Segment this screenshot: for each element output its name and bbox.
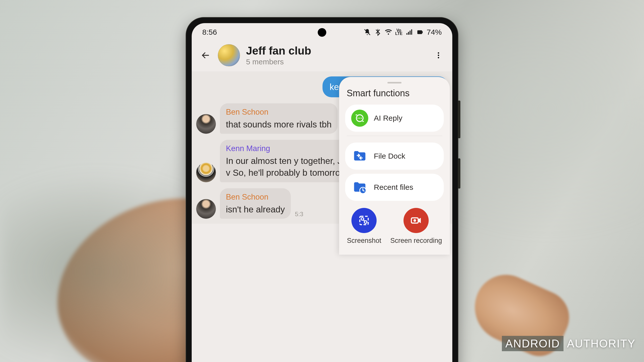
power-button <box>458 158 460 189</box>
panel-title: Smart functions <box>345 88 444 99</box>
svg-point-13 <box>414 219 416 222</box>
recent-files-label: Recent files <box>374 183 413 192</box>
message-bubble: Ben Schoon that sounds more rivals tbh <box>220 103 338 134</box>
recent-files-button[interactable]: Recent files <box>345 174 444 201</box>
screenshot-button[interactable]: Screenshot <box>347 208 381 245</box>
smart-functions-panel[interactable]: Smart functions AI Reply File Dock Recen… <box>339 77 450 255</box>
status-time: 8:56 <box>202 28 217 36</box>
file-dock-icon <box>351 148 368 165</box>
screen-recording-label: Screen recording <box>390 237 442 245</box>
panel-action-row: Screenshot Screen recording <box>345 208 444 245</box>
svg-line-11 <box>364 220 365 221</box>
signal-icon <box>406 28 413 36</box>
more-vertical-icon <box>434 51 442 59</box>
watermark: ANDROIDAUTHORITY <box>502 337 635 350</box>
file-dock-button[interactable]: File Dock <box>345 143 444 170</box>
battery-percentage: 74% <box>427 28 442 36</box>
message-text: isn't he already <box>226 203 285 215</box>
volte-indicator: VoLTE <box>395 29 403 35</box>
chat-header: Jeff fan club 5 members <box>192 41 452 71</box>
panel-drag-handle[interactable] <box>387 82 401 83</box>
chat-subtitle: 5 members <box>246 58 426 66</box>
chat-title: Jeff fan club <box>246 44 426 57</box>
recent-files-icon <box>351 179 368 196</box>
sender-name: Ben Schoon <box>226 192 285 202</box>
ai-reply-button[interactable]: AI Reply <box>345 105 444 132</box>
svg-point-3 <box>438 52 439 54</box>
screen-recording-button[interactable]: Screen recording <box>390 208 442 245</box>
svg-point-9 <box>361 218 364 220</box>
svg-point-5 <box>438 57 439 58</box>
more-options-button[interactable] <box>432 49 445 62</box>
sender-avatar-ben[interactable] <box>196 199 216 219</box>
ai-reply-label: AI Reply <box>374 114 402 123</box>
camera-punch-hole <box>318 28 326 37</box>
wifi-icon <box>385 28 392 36</box>
message-bubble: Ben Schoon isn't he already <box>220 188 291 219</box>
screenshot-icon <box>351 208 377 233</box>
back-arrow-icon <box>200 50 211 60</box>
ai-reply-icon <box>351 110 368 127</box>
battery-icon <box>416 28 424 36</box>
sender-avatar-kenn[interactable] <box>196 163 216 182</box>
svg-point-4 <box>438 55 439 56</box>
svg-rect-2 <box>422 31 423 33</box>
svg-point-10 <box>364 221 367 223</box>
back-button[interactable] <box>199 49 212 62</box>
group-avatar[interactable] <box>218 44 240 66</box>
message-timestamp: 5:3 <box>295 211 303 219</box>
panel-divider <box>347 136 442 136</box>
mute-icon <box>364 28 371 36</box>
phone-screen: 8:56 VoLTE 74% Jeff fan club 5 members <box>192 23 452 362</box>
chat-title-block[interactable]: Jeff fan club 5 members <box>246 44 426 66</box>
sender-avatar-ben[interactable] <box>196 114 216 134</box>
screen-recording-icon <box>404 208 429 233</box>
screenshot-label: Screenshot <box>347 237 381 245</box>
message-text: that sounds more rivals tbh <box>226 118 332 130</box>
volume-button <box>458 101 460 138</box>
watermark-brand1: ANDROID <box>502 336 564 351</box>
watermark-brand2: AUTHORITY <box>564 337 635 350</box>
file-dock-label: File Dock <box>374 152 405 161</box>
bluetooth-icon <box>374 28 382 36</box>
sender-name: Ben Schoon <box>226 107 332 117</box>
svg-rect-1 <box>417 30 422 34</box>
phone-frame: 8:56 VoLTE 74% Jeff fan club 5 members <box>186 18 458 362</box>
